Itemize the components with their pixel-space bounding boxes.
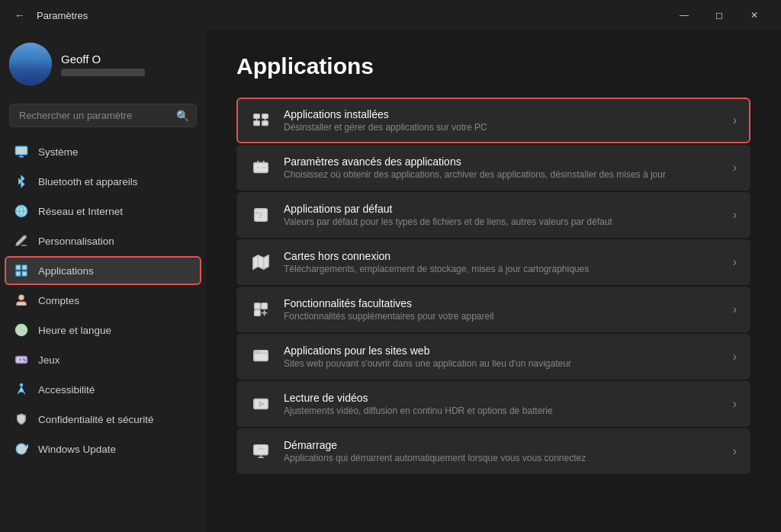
- search-input[interactable]: [9, 104, 197, 127]
- setting-row-demarrage[interactable]: Démarrage Applications qui démarrent aut…: [236, 428, 750, 474]
- apps-web-label: Applications pour les sites web: [284, 345, 721, 357]
- sidebar-nav: Système Bluetooth et appareils Rés: [0, 136, 206, 464]
- apps-installees-icon: [250, 110, 272, 131]
- params-avances-label: Paramètres avancés des applications: [284, 155, 721, 168]
- chevron-right-icon-2: ›: [733, 161, 737, 175]
- params-avances-desc: Choisissez où obtenir des applications, …: [284, 169, 721, 180]
- personnalisation-icon: [14, 233, 29, 248]
- svg-point-6: [19, 295, 24, 300]
- page-title: Applications: [236, 53, 750, 79]
- close-button[interactable]: ✕: [737, 3, 772, 27]
- apps-web-desc: Sites web pouvant s'ouvrir dans une appl…: [284, 358, 721, 369]
- bluetooth-icon: [14, 174, 29, 189]
- apps-defaut-text: Applications par défaut Valeurs par défa…: [284, 203, 721, 227]
- apps-defaut-label: Applications par défaut: [284, 203, 721, 215]
- user-info: Geoff O: [61, 53, 145, 76]
- sidebar-item-label-jeux: Jeux: [38, 354, 60, 366]
- user-email-placeholder: [61, 69, 145, 76]
- demarrage-icon: [250, 441, 272, 462]
- apps-installees-desc: Désinstaller et gérer des applications s…: [284, 122, 721, 133]
- demarrage-text: Démarrage Applications qui démarrent aut…: [284, 439, 721, 463]
- sidebar-item-jeux[interactable]: Jeux: [5, 345, 201, 374]
- apps-installees-text: Applications installées Désinstaller et …: [284, 108, 721, 133]
- apps-installees-label: Applications installées: [284, 108, 721, 120]
- svg-point-12: [24, 360, 26, 361]
- sidebar-item-label-reseau: Réseau et Internet: [38, 206, 123, 217]
- sidebar-item-bluetooth[interactable]: Bluetooth et appareils: [5, 167, 201, 196]
- svg-rect-2: [16, 265, 20, 269]
- sidebar-item-windows-update[interactable]: Windows Update: [5, 434, 201, 463]
- setting-row-params-avances[interactable]: Paramètres avancés des applications Choi…: [236, 145, 750, 191]
- chevron-right-icon: ›: [733, 114, 737, 127]
- svg-rect-20: [254, 163, 268, 173]
- sidebar-item-heure[interactable]: Heure et langue: [5, 316, 201, 345]
- svg-marker-26: [253, 255, 268, 269]
- sidebar-item-comptes[interactable]: Comptes: [5, 286, 201, 315]
- search-box: 🔍: [9, 104, 197, 127]
- minimize-button[interactable]: —: [667, 3, 702, 27]
- sidebar-item-label-comptes: Comptes: [38, 295, 79, 306]
- lecture-videos-icon: [250, 393, 272, 415]
- sidebar-item-applications[interactable]: Applications: [5, 256, 201, 285]
- sidebar-item-label-windows-update: Windows Update: [38, 444, 116, 455]
- demarrage-desc: Applications qui démarrent automatiqueme…: [284, 453, 721, 463]
- lecture-videos-desc: Ajustements vidéo, diffusion en continu …: [284, 405, 721, 416]
- setting-row-apps-defaut[interactable]: Applications par défaut Valeurs par défa…: [236, 192, 750, 238]
- sidebar-item-label-bluetooth: Bluetooth et appareils: [38, 176, 138, 187]
- svg-point-36: [258, 351, 259, 352]
- comptes-icon: [14, 293, 29, 308]
- sidebar-item-label-confidentialite: Confidentialité et sécurité: [38, 414, 154, 425]
- sidebar-item-systeme[interactable]: Système: [5, 137, 201, 166]
- fonctionnalites-text: Fonctionnalités facultatives Fonctionnal…: [284, 297, 721, 322]
- setting-row-fonctionnalites[interactable]: Fonctionnalités facultatives Fonctionnal…: [236, 287, 750, 332]
- cartes-icon: [250, 252, 272, 273]
- titlebar-title: Paramètres: [37, 10, 667, 21]
- content-area: Applications Applications installées Dés…: [206, 30, 781, 532]
- jeux-icon: [14, 352, 29, 367]
- lecture-videos-label: Lecture de vidéos: [284, 392, 721, 404]
- setting-row-cartes[interactable]: Cartes hors connexion Téléchargements, e…: [236, 239, 750, 285]
- setting-row-apps-web[interactable]: Applications pour les sites web Sites we…: [236, 334, 750, 380]
- sidebar-item-label-applications: Applications: [38, 265, 94, 277]
- titlebar: ← Paramètres — ◻ ✕: [0, 0, 781, 30]
- confidentialite-icon: [14, 412, 29, 427]
- svg-rect-0: [16, 146, 27, 155]
- user-name: Geoff O: [61, 53, 145, 66]
- sidebar-item-reseau[interactable]: Réseau et Internet: [5, 197, 201, 226]
- params-avances-icon: [250, 157, 272, 178]
- apps-web-text: Applications pour les sites web Sites we…: [284, 345, 721, 369]
- sidebar-item-personnalisation[interactable]: Personnalisation: [5, 226, 201, 255]
- chevron-right-icon-5: ›: [733, 303, 737, 316]
- accessibilite-icon: [14, 382, 29, 397]
- svg-rect-17: [262, 121, 268, 126]
- user-section[interactable]: Geoff O: [0, 30, 206, 101]
- search-icon: 🔍: [176, 110, 189, 122]
- fonctionnalites-desc: Fonctionnalités supplémentaires pour vot…: [284, 311, 721, 322]
- svg-rect-4: [16, 272, 20, 276]
- svg-rect-29: [255, 303, 260, 309]
- back-button[interactable]: ←: [9, 5, 31, 26]
- svg-rect-31: [255, 310, 260, 316]
- cartes-text: Cartes hors connexion Téléchargements, e…: [284, 250, 721, 274]
- main-layout: Geoff O 🔍 Système: [0, 30, 781, 532]
- fonctionnalites-label: Fonctionnalités facultatives: [284, 297, 721, 309]
- sidebar-item-label-heure: Heure et langue: [38, 325, 111, 336]
- maximize-button[interactable]: ◻: [702, 3, 737, 27]
- setting-row-lecture-videos[interactable]: Lecture de vidéos Ajustements vidéo, dif…: [236, 381, 750, 427]
- svg-rect-3: [23, 265, 27, 269]
- sidebar-item-label-personnalisation: Personnalisation: [38, 236, 114, 247]
- svg-rect-15: [262, 114, 268, 119]
- svg-rect-5: [23, 272, 27, 276]
- demarrage-label: Démarrage: [284, 439, 721, 451]
- apps-defaut-desc: Valeurs par défaut pour les types de fic…: [284, 216, 721, 227]
- chevron-right-icon-6: ›: [733, 350, 737, 364]
- sidebar-item-accessibilite[interactable]: Accessibilité: [5, 375, 201, 404]
- svg-point-13: [21, 384, 23, 386]
- cartes-desc: Téléchargements, emplacement de stockage…: [284, 264, 721, 274]
- cartes-label: Cartes hors connexion: [284, 250, 721, 262]
- svg-point-35: [256, 351, 256, 352]
- avatar: [9, 43, 52, 85]
- heure-icon: [14, 322, 29, 338]
- setting-row-apps-installees[interactable]: Applications installées Désinstaller et …: [236, 98, 750, 143]
- sidebar-item-confidentialite[interactable]: Confidentialité et sécurité: [5, 405, 201, 434]
